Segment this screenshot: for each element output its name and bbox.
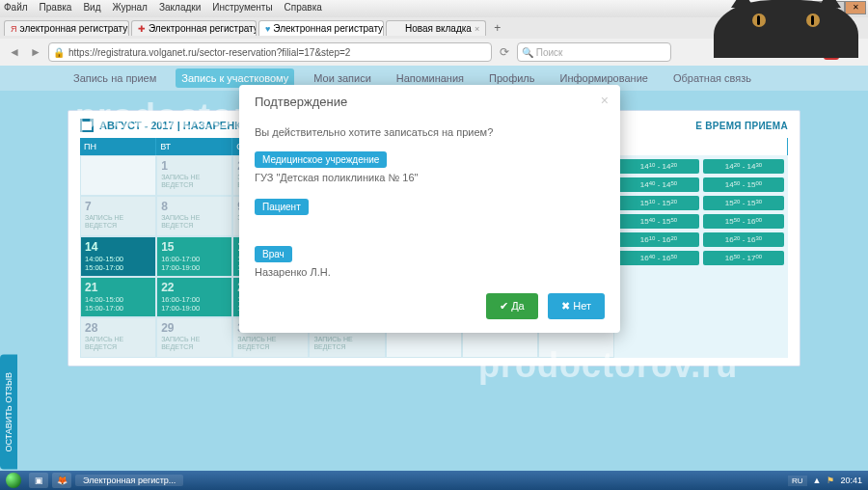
time-slot-chip[interactable]: 1620 - 1630 [703,232,784,247]
calendar-icon [80,119,94,132]
modal-close-button[interactable]: × [601,93,609,108]
menu-file[interactable]: Файл [4,2,28,15]
modal-title: Подтверждение [255,95,605,109]
modal-value-patient [255,219,605,232]
clock: 20:41 [840,476,862,485]
modal-question: Вы действительно хотите записаться на пр… [255,126,605,138]
back-button[interactable]: ◄ [6,43,23,61]
menu-history[interactable]: Журнал [112,2,148,15]
time-slot-chip[interactable]: 1510 - 1520 [618,196,699,210]
tab-favicon: ♥ [265,24,270,34]
free-time-label: Е ВРЕМЯ ПРИЕМА [695,121,788,131]
window-close-button[interactable]: ✕ [845,1,866,14]
browser-tabstrip: Яэлектронная регистратура ... ×✚Электрон… [0,17,868,39]
search-placeholder: Поиск [536,47,563,58]
confirm-no-button[interactable]: ✖ Нет [548,293,605,319]
taskbar-window-item[interactable]: Электронная регистр... [75,475,183,486]
time-slot-chip[interactable]: 1520 - 1530 [703,196,784,210]
taskbar-explorer-icon[interactable]: ▣ [29,473,48,488]
time-slot-chip[interactable]: 1610 - 1620 [618,232,699,247]
calendar-day-cell: 7ЗАПИСЬ НЕ ВЕДЕТСЯ [80,196,156,236]
calendar-day-cell: 29ЗАПИСЬ НЕ ВЕДЕТСЯ [156,317,232,358]
tab-favicon: ✚ [138,24,146,34]
url-text: https://registratura.volganet.ru/sector-… [68,47,350,58]
time-slot-chip[interactable]: 1420 - 1430 [703,159,784,174]
tab-title: Электронная регистратура... [273,23,384,34]
lock-icon: 🔒 [53,47,65,58]
browser-tab[interactable]: ♥Электронная регистратура... × [258,20,384,36]
time-slot-chip[interactable]: 1410 - 1420 [618,159,699,174]
weekday-header: ВТ [156,138,232,155]
menu-help[interactable]: Справка [285,2,322,15]
calendar-day-cell[interactable]: 1414:00-15:0015:00-17:00 [80,236,156,277]
tab-favicon: Я [11,24,17,34]
taskbar-firefox-icon[interactable]: 🦊 [52,473,71,488]
search-input[interactable]: 🔍 Поиск [517,42,671,62]
time-slot-chip[interactable]: 1450 - 1500 [703,177,784,192]
tab-favicon [393,24,402,34]
time-slot-column: 1410 - 14201420 - 14301440 - 14501450 - … [614,155,788,358]
time-slot-chip[interactable]: 1640 - 1650 [618,251,699,265]
windows-taskbar: ▣ 🦊 Электронная регистр... RU ▲ ⚑ 20:41 [0,471,868,490]
topnav-item[interactable]: Запись на прием [68,68,162,88]
modal-value-doctor: Назаренко Л.Н. [255,266,605,280]
tab-title: Новая вкладка [405,23,472,34]
tab-title: электронная регистратура ... [20,23,130,34]
confirm-yes-button[interactable]: ✔ Да [486,293,538,319]
menu-tools[interactable]: Инструменты [212,2,272,15]
calendar-day-cell [80,155,156,196]
menu-edit[interactable]: Правка [40,2,72,15]
modal-value-org: ГУЗ "Детская поликлиника № 16" [255,172,605,185]
search-icon: 🔍 [522,47,533,58]
modal-label-org: Медицинское учреждение [255,151,387,168]
url-input[interactable]: 🔒 https://registratura.volganet.ru/secto… [48,42,492,62]
calendar-day-cell[interactable]: 2216:00-17:0017:00-19:00 [156,277,232,317]
calendar-day-cell[interactable]: 1516:00-17:0017:00-19:00 [156,236,232,277]
calendar-title: АВГУСТ - 2017 | НАЗАРЕНКО Л [99,120,259,131]
confirm-modal: × Подтверждение Вы действительно хотите … [239,85,620,333]
calendar-day-cell: 8ЗАПИСЬ НЕ ВЕДЕТСЯ [156,196,232,236]
browser-tab[interactable]: Яэлектронная регистратура ... × [4,20,129,36]
start-button[interactable] [0,471,27,490]
time-slot-chip[interactable]: 1540 - 1550 [618,214,699,229]
forward-button[interactable]: ► [27,43,44,61]
menu-bookmarks[interactable]: Закладки [159,2,201,15]
time-slot-chip[interactable]: 1440 - 1450 [618,177,699,192]
menu-view[interactable]: Вид [83,2,100,15]
topnav-item[interactable]: Обратная связь [667,68,757,88]
calendar-day-cell: 1ЗАПИСЬ НЕ ВЕДЕТСЯ [156,155,232,196]
browser-tab[interactable]: ✚Электронная регистратура... × [131,20,257,36]
time-slot-chip[interactable]: 1650 - 1700 [703,251,784,265]
weekday-header: ПН [80,138,156,155]
tray-icon[interactable]: ⚑ [827,476,834,485]
tab-close-icon[interactable]: × [475,24,479,34]
tab-title: Электронная регистратура... [149,23,257,34]
calendar-day-cell: 28ЗАПИСЬ НЕ ВЕДЕТСЯ [80,317,156,358]
tray-up-icon[interactable]: ▲ [813,476,822,485]
browser-tab[interactable]: Новая вкладка × [386,20,486,36]
language-indicator[interactable]: RU [788,476,807,486]
persona-cat-image [714,0,858,58]
feedback-side-tab[interactable]: ОСТАВИТЬ ОТЗЫВ [0,355,17,470]
new-tab-button[interactable]: + [488,21,506,35]
modal-label-patient: Пациент [255,199,309,215]
time-slot-chip[interactable]: 1550 - 1600 [703,214,784,229]
calendar-day-cell[interactable]: 2114:00-15:0015:00-17:00 [80,277,156,317]
modal-label-doctor: Врач [255,246,292,262]
reload-button[interactable]: ⟳ [496,43,513,61]
